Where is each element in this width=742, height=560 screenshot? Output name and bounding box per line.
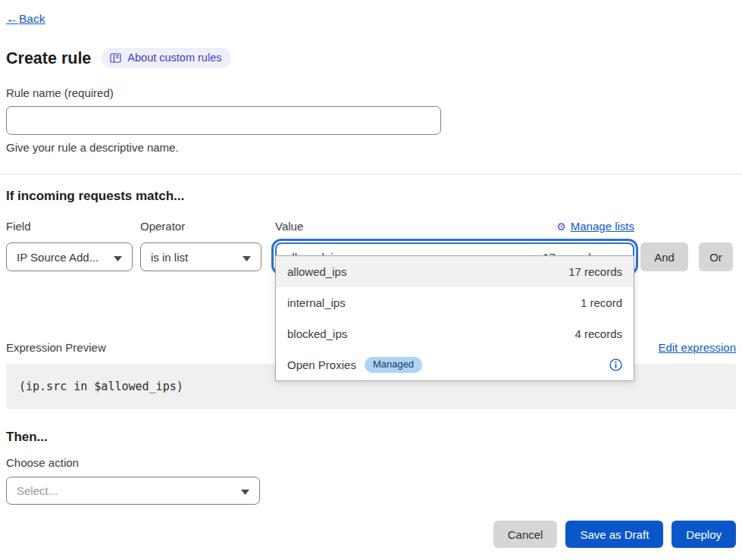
action-select-placeholder: Select...	[17, 484, 58, 497]
manage-lists-link[interactable]: ⚙ Manage lists	[556, 220, 634, 233]
field-column: Field IP Source Add...	[6, 220, 133, 271]
field-label: Field	[6, 220, 133, 233]
action-select[interactable]: Select...	[6, 477, 260, 505]
list-option-open-proxies[interactable]: Open Proxies Managed	[276, 349, 634, 380]
footer-actions: Cancel Save as Draft Deploy	[6, 521, 736, 548]
list-option-name: Open Proxies	[287, 358, 356, 371]
chevron-down-icon	[241, 484, 249, 497]
cancel-button[interactable]: Cancel	[493, 521, 558, 548]
back-arrow-icon: ←	[6, 12, 18, 25]
value-label: Value	[275, 220, 303, 233]
list-option-left: Open Proxies Managed	[287, 357, 422, 373]
rule-name-helper: Give your rule a descriptive name.	[6, 141, 736, 154]
about-custom-rules-link[interactable]: About custom rules	[102, 48, 231, 68]
about-custom-rules-label: About custom rules	[127, 52, 221, 64]
expression-code: (ip.src in $allowed_ips)	[19, 380, 183, 393]
manage-lists-label: Manage lists	[571, 220, 634, 233]
operator-column: Operator is in list	[140, 220, 261, 271]
list-option-allowed-ips[interactable]: allowed_ips 17 records	[276, 256, 634, 287]
chevron-down-icon	[243, 251, 251, 264]
expression-preview-label: Expression Preview	[6, 341, 106, 354]
value-label-row: Value ⚙ Manage lists	[275, 220, 634, 233]
list-option-internal-ips[interactable]: internal_ips 1 record	[276, 287, 634, 318]
condition-row: Field IP Source Add... Operator is in li…	[6, 220, 736, 271]
save-as-draft-button[interactable]: Save as Draft	[565, 521, 663, 548]
list-option-name: allowed_ips	[287, 265, 346, 278]
back-row: ←Back	[6, 12, 736, 26]
list-option-name: blocked_ips	[287, 327, 347, 340]
back-link-label: Back	[19, 12, 45, 25]
section-divider	[0, 174, 742, 174]
list-option-records: 4 records	[575, 327, 622, 340]
create-rule-page: ←Back Create rule About custom rules Rul…	[0, 0, 742, 560]
list-option-records: 1 record	[581, 296, 622, 309]
field-select[interactable]: IP Source Add...	[6, 242, 133, 271]
operator-label: Operator	[140, 220, 261, 233]
then-section-heading: Then...	[6, 430, 736, 445]
value-dropdown-panel: allowed_ips 17 records internal_ips 1 re…	[275, 255, 634, 381]
title-row: Create rule About custom rules	[6, 48, 736, 68]
or-button[interactable]: Or	[699, 242, 733, 271]
rule-name-input[interactable]	[6, 106, 441, 135]
match-section-heading: If incoming requests match...	[6, 189, 736, 204]
list-option-records: 17 records	[568, 265, 622, 278]
field-select-value: IP Source Add...	[17, 251, 99, 264]
book-icon	[110, 53, 121, 63]
gear-icon: ⚙	[556, 220, 566, 233]
deploy-button[interactable]: Deploy	[672, 521, 736, 548]
edit-expression-link[interactable]: Edit expression	[658, 341, 736, 354]
operator-select[interactable]: is in list	[140, 242, 261, 271]
managed-badge: Managed	[365, 357, 422, 373]
andor-buttons: And Or	[640, 242, 733, 271]
info-icon[interactable]	[609, 358, 622, 371]
choose-action-label: Choose action	[6, 456, 736, 469]
list-option-blocked-ips[interactable]: blocked_ips 4 records	[276, 318, 634, 349]
value-column: Value ⚙ Manage lists allowed_ips 17 reco…	[275, 220, 634, 271]
back-link[interactable]: ←Back	[6, 12, 45, 25]
page-title: Create rule	[6, 48, 91, 68]
chevron-down-icon	[114, 251, 122, 264]
rule-name-label: Rule name (required)	[6, 86, 736, 99]
and-button[interactable]: And	[640, 242, 688, 271]
list-option-name: internal_ips	[287, 296, 346, 309]
operator-select-value: is in list	[151, 251, 188, 264]
